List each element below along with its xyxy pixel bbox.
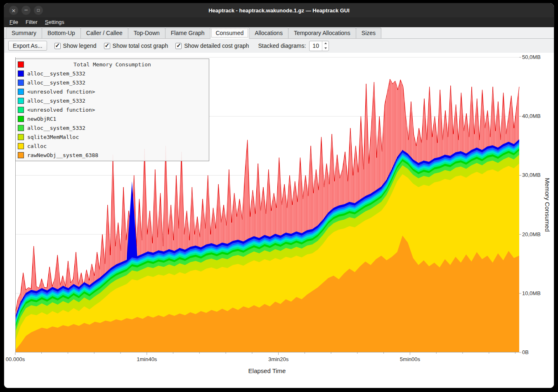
legend-label: calloc — [27, 143, 47, 149]
legend-item: alloc__system_5332 — [16, 78, 209, 87]
stacked-diagrams-label: Stacked diagrams: — [258, 42, 306, 49]
legend-label: alloc__system_5332 — [27, 80, 85, 86]
chart-area: Total Memory Consumption alloc__system_5… — [4, 53, 554, 388]
spinbox-buttons — [322, 41, 329, 51]
legend-item: <unresolved function> — [16, 105, 209, 114]
x-tick-label: 5min00s — [400, 356, 420, 362]
checkbox-box[interactable] — [104, 43, 110, 49]
legend-label: sqlite3MemMalloc — [27, 134, 79, 140]
close-button[interactable]: × — [9, 6, 18, 15]
legend-item: alloc__system_5332 — [16, 69, 209, 78]
tab-top-down[interactable]: Top-Down — [128, 28, 166, 38]
maximize-button[interactable]: □ — [34, 6, 43, 15]
legend-item: <unresolved function> — [16, 87, 209, 96]
legend-item: alloc__system_5332 — [16, 96, 209, 105]
legend-swatch — [18, 134, 24, 140]
legend-items: alloc__system_5332alloc__system_5332<unr… — [16, 69, 209, 160]
checkbox-group: Show legendShow total cost graphShow det… — [54, 42, 249, 49]
checkbox-label: Show legend — [63, 42, 97, 49]
legend-title: Total Memory Consumption — [73, 61, 151, 68]
tab-allocations[interactable]: Allocations — [249, 28, 288, 38]
y-tick-label: 30,0MB — [522, 172, 541, 178]
legend-swatch — [18, 98, 24, 104]
tab-summary[interactable]: Summary — [6, 28, 42, 38]
tab-consumed[interactable]: Consumed — [210, 27, 250, 39]
spinbox-up-button[interactable] — [322, 41, 329, 46]
minimize-button[interactable]: − — [21, 6, 31, 15]
legend-label: <unresolved function> — [27, 89, 95, 95]
chart-legend: Total Memory Consumption alloc__system_5… — [15, 59, 209, 161]
checkbox-label: Show detailed cost graph — [184, 42, 249, 49]
spinbox-value: 10 — [310, 41, 322, 51]
window-controls: × − □ — [9, 3, 43, 17]
legend-item: newObjRC1 — [16, 114, 209, 123]
tab-bottom-up[interactable]: Bottom-Up — [42, 28, 81, 38]
x-axis-title: Elapsed Time — [248, 367, 286, 374]
legend-label: alloc__system_5332 — [27, 98, 85, 104]
window-title: Heaptrack - heaptrack.wakunode.1.gz — He… — [208, 7, 350, 14]
checkbox-box[interactable] — [54, 43, 61, 49]
tab-caller-callee[interactable]: Caller / Callee — [80, 28, 128, 38]
checkbox-box[interactable] — [175, 43, 182, 49]
tab-sizes[interactable]: Sizes — [356, 28, 381, 38]
y-tick-label: 40,0MB — [522, 113, 541, 119]
legend-item: sqlite3MemMalloc — [16, 132, 209, 141]
menu-item-file[interactable]: File — [6, 17, 22, 27]
menu-bar: FileFilterSettings — [4, 17, 554, 27]
close-icon: × — [12, 8, 16, 13]
y-tick-label: 10,0MB — [522, 290, 541, 296]
legend-title-swatch — [18, 61, 24, 68]
export-as-button[interactable]: Export As... — [8, 41, 47, 51]
stacked-diagrams-spinbox[interactable]: 10 — [309, 41, 329, 51]
legend-swatch — [18, 152, 24, 158]
legend-label: alloc__system_5332 — [27, 125, 85, 131]
legend-label: rawNewObj__system_6388 — [27, 152, 98, 158]
checkbox-show-total-cost-graph[interactable]: Show total cost graph — [104, 42, 168, 49]
legend-swatch — [18, 80, 24, 86]
legend-item: rawNewObj__system_6388 — [16, 150, 209, 160]
legend-swatch — [18, 70, 24, 77]
x-tick-label: 00.000s — [6, 356, 25, 362]
x-tick-label: 3min20s — [268, 356, 288, 362]
tab-flame-graph[interactable]: Flame Graph — [165, 28, 210, 38]
legend-title-row: Total Memory Consumption — [16, 60, 209, 69]
titlebar: × − □ Heaptrack - heaptrack.wakunode.1.g… — [4, 3, 554, 17]
checkbox-label: Show total cost graph — [113, 42, 168, 49]
toolbar: Export As... Show legendShow total cost … — [4, 39, 554, 53]
legend-item: calloc — [16, 141, 209, 150]
y-tick-label: 20,0MB — [522, 231, 541, 237]
minimize-icon: − — [24, 7, 28, 12]
tab-temporary-allocations[interactable]: Temporary Allocations — [288, 28, 356, 38]
maximize-icon: □ — [37, 9, 40, 12]
checkbox-show-legend[interactable]: Show legend — [54, 42, 97, 49]
app-window: × − □ Heaptrack - heaptrack.wakunode.1.g… — [4, 3, 554, 388]
legend-swatch — [18, 89, 24, 95]
y-axis-title: Memory Consumed — [544, 178, 551, 232]
checkbox-show-detailed-cost-graph[interactable]: Show detailed cost graph — [175, 42, 249, 49]
legend-label: alloc__system_5332 — [27, 70, 85, 77]
legend-swatch — [18, 125, 24, 131]
legend-item: alloc__system_5332 — [16, 123, 209, 132]
tab-bar: SummaryBottom-UpCaller / CalleeTop-DownF… — [4, 27, 554, 39]
x-tick-label: 1min40s — [137, 356, 157, 362]
menu-item-settings[interactable]: Settings — [41, 17, 68, 27]
menu-item-filter[interactable]: Filter — [22, 17, 41, 27]
legend-swatch — [18, 116, 24, 122]
legend-label: <unresolved function> — [27, 107, 95, 113]
legend-swatch — [18, 107, 24, 113]
legend-swatch — [18, 143, 24, 149]
legend-label: newObjRC1 — [27, 116, 56, 122]
y-tick-label: 50,0MB — [522, 54, 541, 60]
y-tick-label: 0B — [522, 349, 529, 355]
spinbox-down-button[interactable] — [322, 46, 329, 51]
